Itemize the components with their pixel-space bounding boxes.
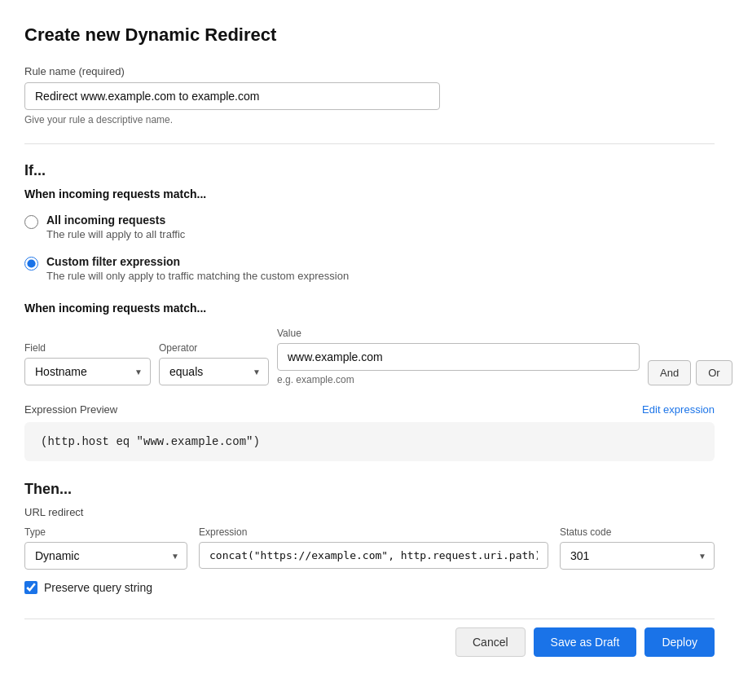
- filter-subtitle: When incoming requests match...: [24, 302, 715, 315]
- deploy-button[interactable]: Deploy: [644, 627, 715, 657]
- then-title: Then...: [24, 481, 715, 498]
- expression-preview-section: Expression Preview Edit expression (http…: [24, 403, 715, 461]
- rule-name-hint: Give your rule a descriptive name.: [24, 114, 715, 125]
- status-code-column: Status code 301 302 303 307 308 ▼: [560, 526, 715, 570]
- rule-name-input[interactable]: [24, 82, 440, 110]
- page-title: Create new Dynamic Redirect: [24, 24, 715, 46]
- and-or-group: And Or: [648, 345, 732, 385]
- value-hint: e.g. example.com: [277, 374, 640, 385]
- radio-custom-content: Custom filter expression The rule will o…: [46, 255, 349, 282]
- save-draft-button[interactable]: Save as Draft: [534, 627, 637, 657]
- operator-column: Operator equals contains starts with end…: [159, 342, 269, 385]
- operator-label: Operator: [159, 342, 269, 354]
- filter-columns: Field Hostname URI Path URI Query IP Sou…: [24, 328, 715, 385]
- edit-expression-link[interactable]: Edit expression: [642, 403, 715, 416]
- field-select-wrapper: Hostname URI Path URI Query IP Source Ad…: [24, 358, 151, 385]
- expression-preview-header: Expression Preview Edit expression: [24, 403, 715, 416]
- status-select-wrapper: 301 302 303 307 308 ▼: [560, 542, 715, 570]
- then-section: Then... URL redirect Type Dynamic Static…: [24, 481, 715, 594]
- filter-builder: When incoming requests match... Field Ho…: [24, 302, 715, 385]
- radio-custom-expression[interactable]: Custom filter expression The rule will o…: [24, 255, 715, 282]
- operator-select-wrapper: equals contains starts with ends with do…: [159, 358, 269, 385]
- type-column: Type Dynamic Static ▼: [24, 526, 187, 570]
- footer-buttons: Cancel Save as Draft Deploy: [24, 619, 715, 657]
- field-label: Field: [24, 342, 151, 354]
- expression-preview-label: Expression Preview: [24, 403, 117, 416]
- url-redirect-label: URL redirect: [24, 506, 715, 518]
- when-match-title: When incoming requests match...: [24, 187, 715, 200]
- preserve-query-row: Preserve query string: [24, 581, 715, 594]
- type-label: Type: [24, 526, 187, 538]
- expression-input[interactable]: [199, 542, 548, 569]
- rule-name-section: Rule name (required) Give your rule a de…: [24, 65, 715, 125]
- if-section: If... When incoming requests match... Al…: [24, 162, 715, 461]
- value-label: Value: [277, 328, 640, 339]
- expression-column: Expression: [199, 526, 548, 569]
- type-select[interactable]: Dynamic Static: [24, 542, 187, 570]
- radio-custom-label: Custom filter expression: [46, 255, 349, 268]
- if-title: If...: [24, 162, 715, 179]
- field-column: Field Hostname URI Path URI Query IP Sou…: [24, 342, 151, 385]
- then-fields-row: Type Dynamic Static ▼ Expression Status …: [24, 526, 715, 570]
- rule-name-label: Rule name (required): [24, 65, 715, 77]
- and-button[interactable]: And: [648, 360, 691, 385]
- radio-all-desc: The rule will apply to all traffic: [46, 228, 185, 240]
- value-column: Value e.g. example.com: [277, 328, 640, 385]
- expression-label: Expression: [199, 526, 548, 538]
- radio-custom-input[interactable]: [24, 257, 38, 271]
- radio-group: All incoming requests The rule will appl…: [24, 214, 715, 282]
- radio-all-input[interactable]: [24, 215, 38, 229]
- status-select[interactable]: 301 302 303 307 308: [560, 542, 715, 570]
- preserve-query-checkbox[interactable]: [24, 581, 37, 594]
- and-or-buttons: And Or: [648, 360, 732, 385]
- radio-custom-desc: The rule will only apply to traffic matc…: [46, 270, 349, 282]
- or-button[interactable]: Or: [696, 360, 732, 385]
- radio-all-label: All incoming requests: [46, 214, 185, 227]
- type-select-wrapper: Dynamic Static ▼: [24, 542, 187, 570]
- operator-select[interactable]: equals contains starts with ends with do…: [159, 358, 269, 385]
- value-input-group: e.g. example.com: [277, 343, 640, 385]
- status-code-label: Status code: [560, 526, 715, 538]
- field-select[interactable]: Hostname URI Path URI Query IP Source Ad…: [24, 358, 151, 385]
- radio-all-requests[interactable]: All incoming requests The rule will appl…: [24, 214, 715, 240]
- cancel-button[interactable]: Cancel: [455, 627, 526, 657]
- expression-code-box: (http.host eq "www.example.com"): [24, 422, 715, 461]
- value-input[interactable]: [277, 343, 640, 371]
- section-divider: [24, 143, 715, 144]
- preserve-query-label: Preserve query string: [44, 581, 152, 594]
- radio-all-content: All incoming requests The rule will appl…: [46, 214, 185, 240]
